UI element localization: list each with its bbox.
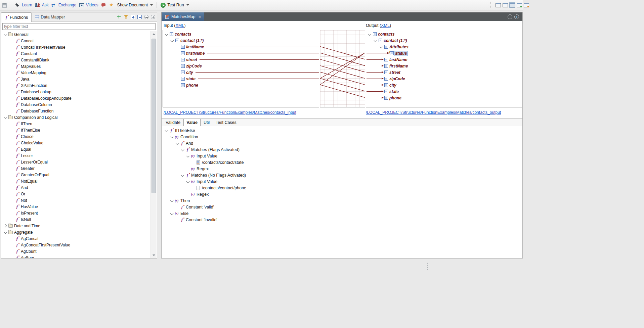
learn-link[interactable]: Learn xyxy=(22,3,32,7)
tree-item[interactable]: Else xyxy=(162,210,522,217)
perspective-mapping-icon[interactable] xyxy=(510,3,515,7)
mapping-line[interactable] xyxy=(320,47,365,59)
tree-item[interactable]: ChoiceValue xyxy=(1,140,151,146)
chevron-right-icon[interactable] xyxy=(3,224,8,228)
tree-item[interactable]: IsNull xyxy=(1,216,151,223)
tree-item[interactable]: IsPresent xyxy=(1,210,151,216)
tree-item[interactable]: Regex xyxy=(162,166,522,172)
filter-functions-icon[interactable] xyxy=(124,14,128,19)
chevron-down-icon[interactable] xyxy=(186,179,190,184)
tree-item[interactable]: Or xyxy=(1,191,151,197)
mapping-line[interactable] xyxy=(320,72,365,85)
show-document-dropdown[interactable]: Show Document xyxy=(117,3,153,7)
tree-item[interactable]: Regex xyxy=(162,191,522,197)
tree-item[interactable]: Java xyxy=(1,76,151,82)
chevron-down-icon[interactable] xyxy=(3,32,8,37)
favorites-icon[interactable] xyxy=(109,2,115,8)
maximize-view-icon[interactable] xyxy=(151,15,155,19)
chevron-down-icon[interactable] xyxy=(3,230,8,234)
tab-util[interactable]: Util xyxy=(201,119,213,126)
tree-item[interactable]: MapValues xyxy=(1,63,151,69)
videos-link[interactable]: Videos xyxy=(86,3,98,7)
tree-item[interactable]: ConstantIfBlank xyxy=(1,57,151,63)
tree-item[interactable]: state xyxy=(163,76,319,82)
editor-tab-matchesmap[interactable]: MatchesMap xyxy=(162,12,204,21)
maximize-editor-icon[interactable] xyxy=(514,14,519,19)
mapping-canvas[interactable] xyxy=(320,30,365,107)
tree-item[interactable]: AgSum xyxy=(1,254,151,258)
tree-item[interactable]: /contacts/contact/phone xyxy=(162,185,522,191)
tree-item[interactable]: IfThenElse xyxy=(162,127,522,134)
tree-item[interactable]: Lesser xyxy=(1,152,151,159)
tree-item[interactable]: DatabaseLookup xyxy=(1,89,151,95)
minimize-view-icon[interactable] xyxy=(144,15,148,19)
tree-item[interactable]: AgConcatFirstPresentValue xyxy=(1,242,151,248)
tree-item[interactable]: Input Value xyxy=(162,178,522,185)
tree-item[interactable]: Matches (No Flags Activated) xyxy=(162,172,522,178)
tree-item[interactable]: zipCode xyxy=(366,76,522,82)
tree-item[interactable]: city xyxy=(163,69,319,76)
tree-item[interactable]: Condition xyxy=(162,134,522,140)
tree-item[interactable]: Choice xyxy=(1,133,151,140)
exchange-link-group[interactable]: Exchange xyxy=(51,2,76,8)
new-function-icon[interactable] xyxy=(117,14,121,19)
tree-item[interactable]: NotEqual xyxy=(1,178,151,184)
mapping-line[interactable] xyxy=(320,85,365,98)
tree-item[interactable]: General xyxy=(1,31,151,38)
exchange-link[interactable]: Exchange xyxy=(58,3,76,7)
tree-item[interactable]: Constant xyxy=(1,50,151,57)
perspective-resource-icon[interactable] xyxy=(503,3,508,7)
tree-item[interactable]: Attributes xyxy=(366,44,522,50)
mapping-line[interactable] xyxy=(320,66,365,79)
tab-functions[interactable]: Functions xyxy=(1,12,32,22)
minimize-editor-icon[interactable] xyxy=(508,14,512,19)
chevron-down-icon[interactable] xyxy=(170,38,174,43)
tree-item[interactable]: LesserOrEqual xyxy=(1,159,151,165)
tree-item[interactable]: state xyxy=(366,88,522,95)
tree-item[interactable]: And xyxy=(162,140,522,146)
chevron-down-icon[interactable] xyxy=(164,128,169,133)
tree-item[interactable]: XPathFunction xyxy=(1,82,151,89)
tree-item[interactable]: firstName xyxy=(366,63,522,69)
tree-item[interactable]: GreaterOrEqual xyxy=(1,172,151,178)
tree-item[interactable]: AgCount xyxy=(1,248,151,254)
tree-item[interactable]: IfThenElse xyxy=(1,127,151,133)
tree-item[interactable]: Date and Time xyxy=(1,223,151,229)
toolbar-grip[interactable] xyxy=(490,2,493,8)
tree-item[interactable]: HasValue xyxy=(1,203,151,210)
save-icon[interactable] xyxy=(2,3,7,8)
chevron-down-icon[interactable] xyxy=(180,173,185,177)
chevron-down-icon[interactable] xyxy=(180,147,185,152)
tree-item[interactable]: contacts xyxy=(163,31,319,37)
tree-item[interactable]: ValueMapping xyxy=(1,69,151,76)
mapping-line[interactable] xyxy=(320,79,365,91)
output-structure-link[interactable]: /LOCAL_PROJECT/Structures/FunctionExampl… xyxy=(366,110,501,115)
tree-item[interactable]: ConcatFirstPresentValue xyxy=(1,44,151,50)
scroll-up-icon[interactable] xyxy=(152,32,156,36)
perspective-run-icon[interactable] xyxy=(517,3,522,7)
tree-item[interactable]: Aggregate xyxy=(1,229,151,235)
mapping-line[interactable] xyxy=(320,53,365,66)
tree-item[interactable]: phone xyxy=(366,95,522,101)
splitter-handle[interactable] xyxy=(427,262,428,270)
chevron-down-icon[interactable] xyxy=(170,211,174,216)
tree-item[interactable]: DatabaseFunction xyxy=(1,108,151,114)
tree-item[interactable]: street xyxy=(163,56,319,63)
perspective-help-icon[interactable] xyxy=(524,3,529,7)
tree-item[interactable]: Input Value xyxy=(162,153,522,159)
tree-item[interactable]: /contacts/contact/state xyxy=(162,159,522,166)
ask-link-group[interactable]: Ask xyxy=(35,2,49,8)
tree-item[interactable]: Greater xyxy=(1,165,151,172)
chevron-down-icon[interactable] xyxy=(368,32,372,36)
feedback-icon[interactable] xyxy=(101,2,106,8)
chevron-down-icon[interactable] xyxy=(170,135,174,139)
scroll-thumb[interactable] xyxy=(152,39,156,193)
tree-item[interactable]: DatabaseLookupAndUpdate xyxy=(1,95,151,101)
chevron-down-icon[interactable] xyxy=(175,141,179,145)
tree-item[interactable]: AgConcat xyxy=(1,235,151,242)
tab-data-mapper[interactable]: Data Mapper xyxy=(32,13,68,21)
collapse-all-icon[interactable] xyxy=(137,15,142,19)
tree-item[interactable]: city xyxy=(366,82,522,88)
functions-scrollbar[interactable] xyxy=(151,31,157,258)
filter-input[interactable] xyxy=(2,23,156,30)
